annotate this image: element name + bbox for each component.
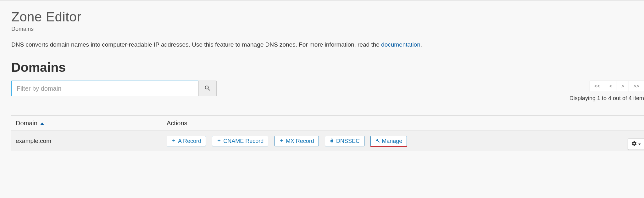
description-text-pre: DNS converts domain names into computer-… [11, 41, 381, 48]
column-header-domain[interactable]: Domain [11, 116, 162, 131]
search-group [11, 81, 217, 96]
btn-label: DNSSEC [336, 138, 360, 144]
add-a-record-button[interactable]: A Record [167, 136, 206, 146]
btn-label: CNAME Record [223, 138, 264, 144]
column-header-domain-label: Domain [16, 120, 37, 127]
page-first-button[interactable]: << [590, 81, 605, 92]
table-row: example.com A Record CNAME Record MX Rec… [11, 131, 644, 151]
section-title: Domains [11, 60, 644, 75]
documentation-link[interactable]: documentation [381, 41, 420, 48]
column-header-actions: Actions [162, 116, 644, 131]
gear-icon [631, 141, 637, 148]
search-button[interactable] [198, 81, 217, 96]
add-cname-record-button[interactable]: CNAME Record [212, 136, 268, 146]
plus-icon [279, 138, 284, 144]
add-mx-record-button[interactable]: MX Record [275, 136, 319, 146]
actions-cell: A Record CNAME Record MX Record DNSSEC [162, 131, 644, 151]
domain-cell: example.com [11, 131, 162, 151]
sort-ascending-icon [40, 122, 44, 125]
plus-icon [171, 138, 176, 144]
filter-domain-input[interactable] [11, 81, 198, 96]
plus-icon [217, 138, 221, 144]
btn-label: A Record [178, 138, 201, 144]
dnssec-button[interactable]: DNSSEC [325, 136, 364, 146]
wrench-icon [375, 138, 380, 144]
page-subtitle: Domains [11, 26, 644, 32]
btn-label: Manage [382, 138, 402, 144]
pagination: << < > >> [590, 81, 644, 92]
search-icon [204, 85, 211, 93]
page-prev-button[interactable]: < [605, 81, 617, 92]
page-last-button[interactable]: >> [629, 81, 644, 92]
description-text-post: . [420, 41, 422, 48]
page-description: DNS converts domain names into computer-… [11, 41, 644, 48]
btn-label: MX Record [286, 138, 314, 144]
table-settings-button[interactable] [628, 139, 644, 150]
lock-icon [330, 138, 334, 144]
pagination-status: Displaying 1 to 4 out of 4 item [569, 95, 644, 102]
domains-table: Domain Actions example.com A Record CNAM… [11, 116, 644, 151]
chevron-down-icon [638, 144, 641, 145]
manage-button[interactable]: Manage [370, 136, 407, 146]
page-next-button[interactable]: > [617, 81, 629, 92]
page-title: Zone Editor [11, 9, 644, 25]
